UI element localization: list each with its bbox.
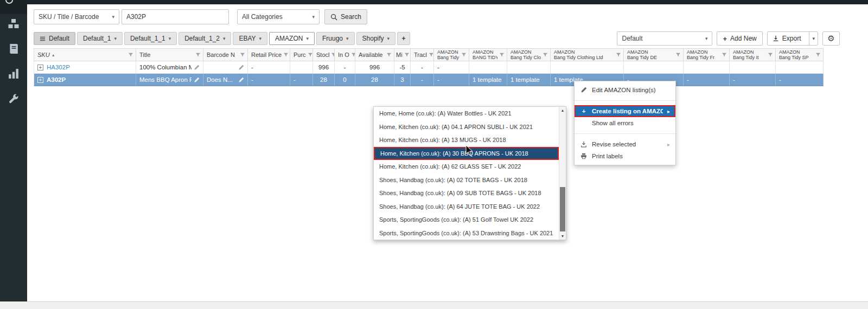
column-header-amazon-bang-tidy-sp[interactable]: AMAZONBang Tidy SP [776,49,824,61]
tab-default-1-2[interactable]: Default_1_2 ▾ [178,32,231,45]
filter-funnel-icon[interactable] [499,52,505,57]
column-header-tracked[interactable]: Tracl [411,49,434,61]
menu-item-revise-selected[interactable]: Revise selected ▸ [575,138,675,150]
tab-amazon[interactable]: AMAZON ▾ [269,32,315,45]
column-header-minimum[interactable]: Mi [394,49,411,61]
column-header-amazon-bang-tidy-fr[interactable]: AMAZONBang Tidy Fr [684,49,730,61]
filter-funnel-icon[interactable] [675,52,681,57]
products-boxes-icon[interactable] [8,18,20,30]
tab-fruugo[interactable]: Fruugo ▾ [316,32,355,45]
layout-select[interactable]: Default ▾ [617,31,712,46]
tools-wrench-icon[interactable] [8,93,20,105]
available-cell: 28 [355,74,394,86]
column-header-barcode[interactable]: Barcode N [203,49,248,61]
filter-funnel-icon[interactable] [542,52,548,57]
channel-cell [730,61,776,73]
template-option[interactable]: Shoes, Handbag (co.uk): (A) 09 SUB TOTE … [374,186,559,200]
scroll-up-icon[interactable]: ▴ [559,107,566,114]
edit-pencil-icon[interactable] [194,77,200,83]
filter-funnel-icon[interactable] [283,52,289,57]
dropdown-scrollbar[interactable]: ▴ ▾ [559,107,566,240]
filter-funnel-icon[interactable] [616,52,621,57]
column-header-title[interactable]: Title [136,49,203,61]
column-header-amazon-bang-tidy-clo[interactable]: AMAZONBang Tidy Clo [507,49,551,61]
template-option[interactable]: Home, Kitchen (co.uk): (A) 04.1 APRON SU… [374,120,559,134]
partial-logo-icon [5,0,13,4]
search-field-select[interactable]: SKU / Title / Barcode ▾ [34,9,119,24]
menu-item-edit-amazon-listings[interactable]: Edit AMAZON listing(s) [575,84,675,96]
column-header-available[interactable]: Available [355,49,394,61]
expand-row-icon[interactable]: + [37,65,43,70]
filter-funnel-icon[interactable] [351,52,355,57]
filter-funnel-icon[interactable] [240,52,245,57]
add-tab-button[interactable]: + [397,32,410,45]
filter-funnel-icon[interactable] [815,52,821,57]
column-header-sku[interactable]: SKU ▲ [34,49,136,61]
tab-default-1[interactable]: Default_1 ▾ [77,32,123,45]
export-label: Export [782,35,801,42]
template-option[interactable]: Home, Home (co.uk): (A) Water Bottles - … [374,107,559,120]
filter-funnel-icon[interactable] [461,52,467,57]
tab-shopify[interactable]: Shopify ▾ [356,32,396,45]
export-button[interactable]: Export [768,32,806,45]
export-menu-caret[interactable]: ▾ [809,32,818,45]
edit-pencil-icon[interactable] [194,65,200,70]
plus-icon: + [723,35,727,43]
reports-chart-icon[interactable] [8,68,20,80]
search-button[interactable]: Search [324,9,367,24]
column-header-in-orders[interactable]: In O [335,49,355,61]
add-new-button[interactable]: + Add New [717,31,762,46]
purchase-cell: - [290,74,313,86]
amazon-template-dropdown: Home, Home (co.uk): (A) Water Bottles - … [373,106,566,240]
filter-funnel-icon[interactable] [429,52,434,57]
filter-funnel-icon[interactable] [128,52,133,57]
template-option[interactable]: Shoes, Handbag (co.uk): (A) 64 JUTE TOTE… [374,200,559,214]
sku-link[interactable]: A302P [47,76,66,83]
menu-item-show-all-errors[interactable]: Show all errors [575,117,675,129]
chevron-down-icon: ▾ [387,36,390,41]
template-option[interactable]: Home, Kitchen (co.uk): (A) 13 MUGS - UK … [374,133,559,147]
edit-pencil-icon[interactable] [238,65,244,70]
menu-item-print-labels[interactable]: Print labels [575,150,675,162]
filter-funnel-icon[interactable] [722,52,727,57]
filter-funnel-icon[interactable] [195,52,201,57]
search-button-label: Search [341,13,361,21]
column-header-purchase[interactable]: Purc [290,49,313,61]
scroll-down-icon[interactable]: ▾ [559,233,566,240]
filter-funnel-icon[interactable] [404,52,410,57]
channel-cell: 1 template [507,74,551,86]
column-header-amazon-bang-tidy-it[interactable]: AMAZONBang Tidy It [730,49,776,61]
tab-default-1-1[interactable]: Default_1_1 ▾ [124,32,177,45]
filter-funnel-icon[interactable] [768,52,773,57]
table-row-ha302p[interactable]: + HA302P 100% Columbian Me... - 996 - 99… [34,61,824,74]
channel-cell [551,61,624,73]
download-icon [773,35,779,42]
filter-funnel-icon[interactable] [308,52,313,57]
template-option[interactable]: Home, Kitchen (co.uk): (A) 62 GLASS SET … [374,160,559,173]
horizontal-scrollbar[interactable] [0,301,868,309]
table-row-a302p-selected[interactable]: + A302P Mens BBQ Apron For... Does N... … [34,74,824,86]
tab-ebay[interactable]: EBAY ▾ [233,32,267,45]
category-select[interactable]: All Categories ▾ [237,9,320,24]
column-header-retail-price[interactable]: Retail Price [248,49,290,61]
ledger-book-icon[interactable] [8,43,20,55]
scrollbar-thumb[interactable] [560,187,565,231]
menu-item-create-listing-on-amazon[interactable]: + Create listing on AMAZON ▸ [575,105,675,117]
grid-settings-button[interactable]: ⚙ [822,31,840,46]
column-header-amazon-bang-tidy-cr[interactable]: AMAZONBANG TIDY Cr [469,49,507,61]
search-input[interactable] [122,9,229,24]
column-header-amazon-bang-tidy-clothing-ltd[interactable]: AMAZONBang Tidy Clothing Ltd [551,49,624,61]
template-option[interactable]: Shoes, Handbag (co.uk): (A) 02 TOTE BAGS… [374,173,559,187]
column-header-amazon-bang-tidy-de[interactable]: AMAZONBang Tidy DE [624,49,684,61]
expand-row-icon[interactable]: + [37,77,43,83]
column-header-stock[interactable]: Stocl [313,49,335,61]
title-cell: Mens BBQ Apron For... [136,74,203,86]
template-option[interactable]: Sports, SportingGoods (co.uk): (A) 51 Go… [374,213,559,227]
template-list: Home, Home (co.uk): (A) Water Bottles - … [374,107,559,240]
tab-default[interactable]: Default [34,32,75,45]
template-option[interactable]: Sports, SportingGoods (co.uk): (A) 53 Dr… [374,227,559,240]
edit-pencil-icon[interactable] [238,77,244,83]
column-header-amazon-bang-tidy-a[interactable]: AMAZONBang Tidy A [434,49,469,61]
filter-funnel-icon[interactable] [386,52,392,57]
sku-link[interactable]: HA302P [47,64,70,70]
